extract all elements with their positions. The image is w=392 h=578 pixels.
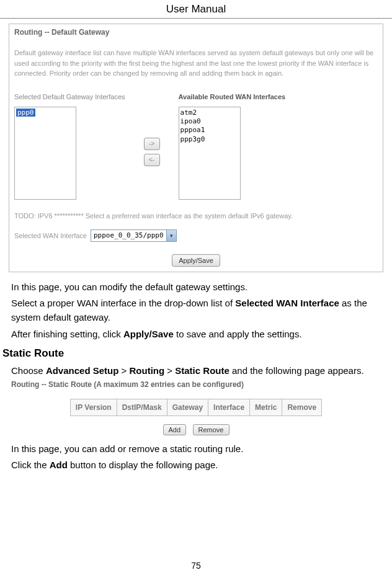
static-route-table: IP Version DstIP/Mask Gateway Interface … [70, 399, 322, 416]
static-route-heading: Static Route [2, 347, 392, 360]
list-item[interactable]: ipoa0 [180, 117, 239, 126]
wan-interface-dropdown[interactable]: pppoe_0_0_35/ppp0 ▾ [91, 229, 177, 242]
table-header: Gateway [167, 399, 208, 416]
text-line: Choose Advanced Setup > Routing > Static… [11, 363, 381, 378]
selected-label: Selected Default Gateway Interfaces [14, 92, 125, 102]
table-header: DstIP/Mask [117, 399, 167, 416]
table-button-row: Add Remove [11, 424, 381, 435]
page-number: 75 [0, 561, 392, 571]
selected-wan-row: Selected WAN Interface pppoe_0_0_35/ppp0… [14, 229, 378, 242]
page-header: User Manual [0, 0, 392, 19]
table-header: Metric [250, 399, 282, 416]
table-header: Interface [208, 399, 250, 416]
remove-button[interactable]: Remove [193, 424, 229, 435]
add-button[interactable]: Add [163, 424, 187, 435]
body-paragraph-3: In this page, you can add or remove a st… [0, 442, 392, 473]
list-item[interactable]: ppp3g0 [180, 135, 239, 144]
static-route-title: Routing -- Static Route (A maximum 32 en… [11, 380, 381, 389]
text-line: After finishing setting, click Apply/Sav… [11, 327, 381, 341]
text-line: Select a proper WAN interface in the dro… [11, 296, 381, 325]
wan-interface-label: Selected WAN Interface [14, 232, 87, 239]
move-right-button[interactable]: -> [144, 138, 160, 150]
chevron-down-icon: ▾ [166, 230, 176, 241]
apply-save-button[interactable]: Apply/Save [172, 254, 220, 267]
arrow-buttons: -> <- [144, 92, 160, 200]
available-listbox[interactable]: atm2 ipoa0 pppoa1 ppp3g0 [179, 107, 241, 200]
list-item[interactable]: atm2 [180, 109, 239, 117]
available-label: Available Routed WAN Interfaces [179, 92, 286, 102]
selected-listbox[interactable]: ppp0 [14, 107, 76, 200]
dropdown-value: pppoe_0_0_35/ppp0 [91, 231, 166, 239]
available-column: Available Routed WAN Interfaces atm2 ipo… [179, 92, 286, 200]
text-line: Click the Add button to display the foll… [11, 458, 381, 472]
body-paragraph-2: Choose Advanced Setup > Routing > Static… [0, 363, 392, 378]
routing-title: Routing -- Default Gateway [14, 28, 378, 37]
text-line: In this page, you can modify the default… [11, 280, 381, 294]
selected-column: Selected Default Gateway Interfaces ppp0 [14, 92, 125, 200]
move-left-button[interactable]: <- [144, 154, 160, 166]
routing-description: Default gateway interface list can have … [14, 48, 378, 79]
table-header: IP Version [71, 399, 117, 416]
interface-columns: Selected Default Gateway Interfaces ppp0… [14, 92, 378, 200]
selected-list-item[interactable]: ppp0 [16, 109, 35, 117]
routing-gateway-screenshot: Routing -- Default Gateway Default gatew… [9, 24, 383, 272]
todo-text: TODO: IPV6 *********** Select a preferre… [14, 212, 378, 220]
text-line: In this page, you can add or remove a st… [11, 442, 381, 456]
list-item[interactable]: pppoa1 [180, 126, 239, 135]
body-paragraph-1: In this page, you can modify the default… [0, 280, 392, 341]
table-header: Remove [282, 399, 321, 416]
static-route-screenshot: Routing -- Static Route (A maximum 32 en… [11, 380, 381, 435]
